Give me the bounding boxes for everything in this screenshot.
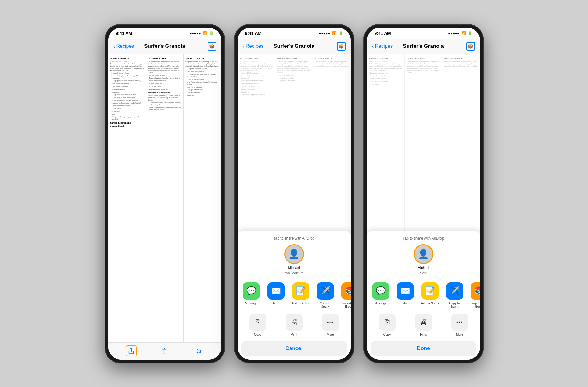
signal-icon-3: ●●●●● <box>448 31 459 35</box>
wifi-icon-3: 📶 <box>461 31 466 35</box>
cancel-button-2[interactable]: Cancel <box>241 341 347 356</box>
ibooks-icon-3: 📚 <box>471 282 480 300</box>
share-actions-row-2: ⎘ Copy 🖨 Print ••• More <box>238 311 351 339</box>
share-spark-3[interactable]: ✈️ Copy toSpark <box>445 282 464 308</box>
col1-ing-3: 2 cups old-fashioned oats ½ cup millet (… <box>369 72 403 85</box>
col3-title-3: Ancho Chile Oil <box>444 57 478 60</box>
action-more-3[interactable]: ••• More <box>444 314 476 336</box>
col1-ingredients-1: 2 cups old-fashioned oats ½ cup millet (… <box>110 72 144 120</box>
nav-title-1: Surfer's Granola <box>144 43 185 49</box>
nav-back-1[interactable]: ‹ Recipes <box>113 43 134 50</box>
wifi-icon-2: 📶 <box>332 31 337 35</box>
col1-title-1: Surfer's Granola <box>110 57 144 60</box>
share-button-1[interactable] <box>126 345 137 356</box>
print-icon-2: 🖨 <box>286 314 303 331</box>
col3-intro-2: Keep this versatile oil in your fridge s… <box>315 61 348 67</box>
nav-box-icon-1[interactable]: 📦 <box>208 42 216 51</box>
airdrop-device-michael-3[interactable]: 👤 Michael Sent <box>414 244 433 275</box>
back-label-2: Recipes <box>246 43 264 49</box>
share-mail-3[interactable]: ✉️ Mail <box>395 282 415 308</box>
battery-icon-3: 🔋 <box>468 31 472 35</box>
airdrop-banner-3: Tap to share with AirDrop <box>367 236 480 241</box>
nav-back-2[interactable]: ‹ Recipes <box>243 43 264 50</box>
status-time-1: 9:41 AM <box>116 31 132 36</box>
col1-title-3: Surfer's Granola <box>369 57 403 60</box>
action-copy-3[interactable]: ⎘ Copy <box>371 314 403 336</box>
box-icon-2: 📦 <box>339 44 344 49</box>
share-ibooks-2[interactable]: 📚 Import withiBooks <box>340 282 351 308</box>
status-bar-3: 9:41 AM ●●●●● 📶 🔋 <box>367 28 480 39</box>
share-message-2[interactable]: 💬 Message <box>241 282 261 308</box>
nav-back-3[interactable]: ‹ Recipes <box>372 43 393 50</box>
done-button-3[interactable]: Done <box>371 341 476 356</box>
print-icon-3: 🖨 <box>415 314 432 331</box>
box-icon-1: 📦 <box>209 44 214 49</box>
back-chevron-1: ‹ <box>113 43 115 50</box>
nav-box-icon-2[interactable]: 📦 <box>337 42 346 51</box>
share-icons-row-3: 💬 Message ✉️ Mail 📝 Add to Notes ✈️ Copy… <box>367 280 480 311</box>
status-icons-1: ●●●●● 📶 🔋 <box>189 31 213 35</box>
share-ibooks-3[interactable]: 📚 Import withiBooks <box>469 282 480 308</box>
share-mail-2[interactable]: ✉️ Mail <box>266 282 286 308</box>
back-chevron-2: ‹ <box>243 43 245 50</box>
notes-icon-3: 📝 <box>421 282 439 300</box>
col2-intro-1: These chewy-crisp flatbreads are just ri… <box>148 61 181 74</box>
nav-box-icon-3[interactable]: 📦 <box>466 42 475 51</box>
col2-ingredients-1: 2½ tsp. active dry yeast 4 cups all-purp… <box>148 74 181 90</box>
trash-button-1[interactable]: 🗑 <box>159 345 170 356</box>
avatar-face-2: 👤 <box>289 249 299 259</box>
airdrop-device-name-2: MacBook Pro <box>285 271 303 275</box>
airdrop-device-michael-2[interactable]: 👤 Michael MacBook Pro <box>284 244 304 275</box>
mail-label-3: Mail <box>402 302 408 305</box>
spark-icon-3: ✈️ <box>446 282 463 300</box>
phone-1: 9:41 AM ●●●●● 📶 🔋 ‹ Recipes Surfer's Gra… <box>105 24 225 363</box>
print-label-2: Print <box>291 333 297 336</box>
col1-sub-3: MAKES ABOUT 3 QUARTS <box>369 61 403 63</box>
share-sheet-3: Tap to share with AirDrop 👤 Michael Sent… <box>367 231 480 360</box>
spark-icon-2: ✈️ <box>317 282 334 300</box>
copy-icon-2: ⎘ <box>249 314 266 331</box>
phone-3-screen: 9:41 AM ●●●●● 📶 🔋 ‹ Recipes Surfer's Gra… <box>367 28 480 360</box>
mail-icon-3: ✉️ <box>397 282 414 300</box>
phone-2: 9:41 AM ●●●●● 📶 🔋 ‹ Recipes Surfer's Gra… <box>234 24 354 363</box>
share-spark-2[interactable]: ✈️ Copy toSpark <box>315 282 335 308</box>
col1-intro-1: Packed with oats, nuts, and seeds, this … <box>110 63 144 72</box>
airdrop-name-3: Michael <box>418 266 429 270</box>
col1-sub-1: MAKES ABOUT 3 QUARTS <box>110 61 144 63</box>
col3-ingredients-1: 1 jalapeño, stemmed, seeded 1 cup extra-… <box>185 68 219 97</box>
share-message-3[interactable]: 💬 Message <box>371 282 391 308</box>
wifi-icon-1: 📶 <box>203 31 207 35</box>
airdrop-banner-2: Tap to share with AirDrop <box>238 236 351 241</box>
status-bar-2: 9:41 AM ●●●●● 📶 🔋 <box>238 28 351 39</box>
col2-more-1: Pureed black beans, sliced avocado, radi… <box>148 102 181 111</box>
action-more-2[interactable]: ••• More <box>314 314 347 336</box>
mail-label-2: Mail <box>273 302 278 305</box>
spark-label-3: Copy toSpark <box>449 302 460 308</box>
action-print-3[interactable]: 🖨 Print <box>407 314 440 336</box>
share-notes-3[interactable]: 📝 Add to Notes <box>420 282 440 308</box>
bottom-toolbar-1: 🗑 🗂 <box>108 342 221 360</box>
more-label-3: More <box>456 333 463 336</box>
airdrop-avatar-michael-2: 👤 <box>284 244 304 264</box>
ibooks-icon-2: 📚 <box>341 282 351 300</box>
share-sheet-2: Tap to share with AirDrop 👤 Michael MacB… <box>238 231 351 360</box>
col2-title-1: Grilled Flatbread <box>148 57 181 60</box>
box-icon-3: 📦 <box>468 44 473 49</box>
col3-intro-3: Keep this versatile oil in your fridge s… <box>444 61 478 67</box>
share-icons-row-2: 💬 Message ✉️ Mail 📝 Add to Notes ✈️ Copy… <box>238 280 351 311</box>
more-icon-2: ••• <box>322 314 339 331</box>
phone-1-screen: 9:41 AM ●●●●● 📶 🔋 ‹ Recipes Surfer's Gra… <box>108 28 221 360</box>
col2-title-3: Grilled Flatbread <box>407 57 440 60</box>
avatar-face-3: 👤 <box>418 249 429 259</box>
action-print-2[interactable]: 🖨 Print <box>278 314 310 336</box>
message-label-3: Message <box>374 302 387 305</box>
share-notes-2[interactable]: 📝 Add to Notes <box>291 282 310 308</box>
ibooks-label-3: Import withiBooks <box>472 302 480 308</box>
nav-bar-1: ‹ Recipes Surfer's Granola 📦 <box>108 39 221 54</box>
airdrop-name-2: Michael <box>288 266 300 270</box>
signal-icon-2: ●●●●● <box>319 31 330 35</box>
phones-container: 9:41 AM ●●●●● 📶 🔋 ‹ Recipes Surfer's Gra… <box>105 24 484 363</box>
action-copy-2[interactable]: ⎘ Copy <box>241 314 274 336</box>
folder-button-1[interactable]: 🗂 <box>193 345 204 356</box>
bottom-recipe-1: Shrimp Lobster, andJicama Salad <box>110 121 144 128</box>
